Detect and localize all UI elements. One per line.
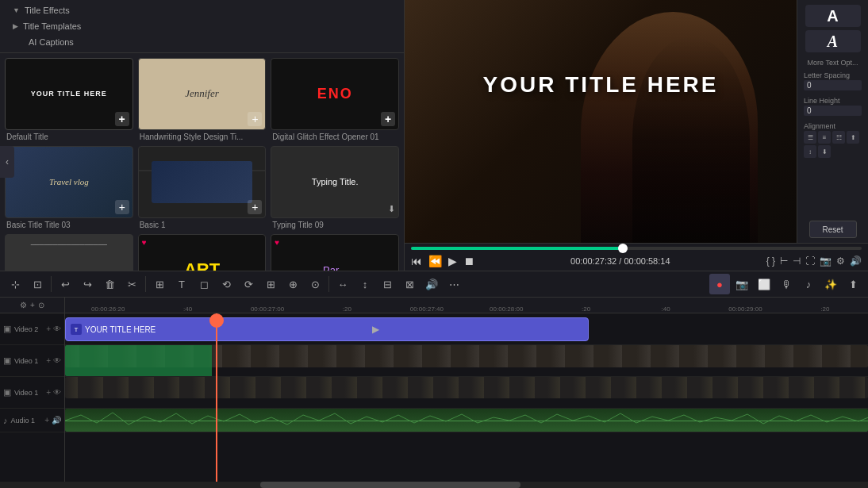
template-add-btn[interactable]: + bbox=[115, 200, 129, 214]
toolbar-shape-btn[interactable]: ◻ bbox=[194, 274, 214, 294]
toolbar-misc-btn[interactable]: ⋯ bbox=[444, 274, 464, 294]
template-add-btn[interactable]: + bbox=[381, 112, 395, 126]
toolbar-undo-btn[interactable]: ↩ bbox=[55, 274, 75, 294]
stop-btn[interactable]: ⏹ bbox=[463, 255, 474, 267]
ruler-tick: :40 bbox=[148, 305, 227, 313]
skip-back-btn[interactable]: ⏮ bbox=[411, 255, 422, 267]
toolbar-delete-btn[interactable]: 🗑 bbox=[99, 274, 120, 294]
camera-btn[interactable]: 📷 bbox=[820, 256, 832, 267]
toolbar-crop-btn[interactable]: ⊡ bbox=[27, 274, 48, 294]
playhead[interactable] bbox=[216, 313, 217, 482]
align-center-btn[interactable]: ≡ bbox=[818, 131, 831, 144]
toolbar-split-btn[interactable]: ⊞ bbox=[149, 274, 170, 294]
toolbar-redo-btn[interactable]: ↪ bbox=[77, 274, 98, 294]
align-middle-btn[interactable]: ↕ bbox=[804, 145, 816, 158]
toolbar-grid-btn[interactable]: ⊞ bbox=[260, 274, 281, 294]
tab-title-effects[interactable]: ▼ Title Effects bbox=[6, 3, 398, 17]
markers-btn[interactable]: { } bbox=[766, 256, 775, 267]
title-clip[interactable]: T YOUR TITLE HERE ▶ bbox=[65, 317, 589, 341]
playback-controls: ⏮ ⏪ ▶ ⏹ 00:00:27:32 / 00:00:58:14 { } ⊢ … bbox=[411, 255, 862, 267]
template-particle[interactable]: ♥ Par... ⬇ Particle Title 01 bbox=[271, 234, 399, 271]
progress-bar[interactable] bbox=[411, 247, 862, 250]
settings-btn[interactable]: ⚙ bbox=[836, 256, 845, 267]
audio1-mute-btn[interactable]: 🔊 bbox=[52, 416, 61, 425]
out-point-btn[interactable]: ⊣ bbox=[793, 256, 801, 267]
template-glitch[interactable]: ENO + Digital Glitch Effect Opener 01 bbox=[271, 58, 399, 141]
toolbar-screen-btn[interactable]: ⬜ bbox=[754, 274, 774, 294]
toolbar-effect-btn[interactable]: ✨ bbox=[820, 274, 841, 294]
step-back-btn[interactable]: ⏪ bbox=[428, 255, 442, 267]
template-add-btn[interactable]: + bbox=[115, 112, 129, 126]
align-right-btn[interactable]: ☷ bbox=[832, 131, 845, 144]
toolbar-record-btn[interactable]: ● bbox=[709, 274, 730, 294]
toolbar-expand-h-btn[interactable]: ↔ bbox=[332, 274, 353, 294]
timeline-magnet-btn[interactable]: ⊙ bbox=[38, 301, 44, 309]
in-point-btn[interactable]: ⊢ bbox=[780, 256, 788, 267]
video1-eye-btn[interactable]: 👁 bbox=[53, 356, 61, 365]
fullscreen-btn[interactable]: ⛶ bbox=[805, 256, 815, 267]
toolbar-snap-btn[interactable]: ⊙ bbox=[305, 274, 325, 294]
toolbar-text-btn[interactable]: T bbox=[171, 274, 192, 294]
video1b-icon: ▣ bbox=[3, 387, 11, 398]
time-display: 00:00:27:32 / 00:00:58:14 bbox=[570, 256, 670, 266]
video2-eye-btn[interactable]: 👁 bbox=[53, 325, 61, 333]
toolbar-rotate-left-btn[interactable]: ⟲ bbox=[216, 274, 236, 294]
toolbar-expand-v-btn[interactable]: ↕ bbox=[355, 274, 375, 294]
text-options-panel: A A More Text Opt... Letter Spacing 0 Li… bbox=[797, 0, 868, 243]
volume-btn[interactable]: 🔊 bbox=[850, 256, 862, 267]
toolbar-music-btn[interactable]: ♪ bbox=[798, 274, 819, 294]
toolbar-select-btn[interactable]: ⊹ bbox=[5, 274, 25, 294]
toolbar-camera-btn[interactable]: 📷 bbox=[732, 274, 752, 294]
line-height-value[interactable]: 0 bbox=[804, 106, 862, 116]
video1b-add-btn[interactable]: + bbox=[46, 388, 51, 397]
timeline-settings-btn[interactable]: ⚙ bbox=[20, 301, 27, 309]
toolbar-clip-btn[interactable]: ⊟ bbox=[377, 274, 398, 294]
toolbar-rotate-right-btn[interactable]: ⟳ bbox=[238, 274, 259, 294]
template-handwriting[interactable]: Jennifer + Handwriting Style Design Ti..… bbox=[138, 58, 267, 141]
play-btn[interactable]: ▶ bbox=[448, 255, 457, 267]
ruler-tick: 00:00:27:40 bbox=[387, 305, 467, 313]
audio1-add-btn[interactable]: + bbox=[44, 416, 49, 425]
template-add-btn[interactable]: + bbox=[248, 200, 262, 214]
font-serif-btn[interactable]: A bbox=[805, 30, 861, 52]
align-bottom-btn[interactable]: ⬇ bbox=[818, 145, 831, 158]
toolbar-separator-2 bbox=[145, 276, 146, 292]
toolbar-voice-btn[interactable]: 🎙 bbox=[776, 274, 797, 294]
ai-captions-item[interactable]: AI Captions bbox=[6, 35, 398, 49]
letter-spacing-value[interactable]: 0 bbox=[804, 80, 862, 90]
video1-icon: ▣ bbox=[3, 355, 11, 366]
template-default-title[interactable]: YOUR TITLE HERE + Default Title bbox=[5, 58, 133, 141]
video2-label: Video 2 bbox=[14, 325, 38, 333]
template-subtitle[interactable]: ───────────────── ⬇ Subtitle 2 bbox=[5, 234, 133, 271]
progress-handle[interactable] bbox=[618, 244, 628, 253]
toolbar-zoom-btn[interactable]: ⊕ bbox=[282, 274, 303, 294]
ruler-track-labels: ⚙ + ⊙ bbox=[0, 298, 65, 313]
toolbar-group-btn[interactable]: ⊠ bbox=[399, 274, 420, 294]
toolbar-export-btn[interactable]: ⬆ bbox=[843, 274, 863, 294]
template-typing[interactable]: Typing Title. ⬇ Typing Title 09 bbox=[271, 146, 399, 229]
template-holiday[interactable]: ♥ ART ⬇ Holiday Title 12 bbox=[138, 234, 267, 271]
align-left-btn[interactable]: ☰ bbox=[804, 131, 816, 144]
video2-add-btn[interactable]: + bbox=[46, 325, 51, 333]
toolbar-audio-btn[interactable]: 🔊 bbox=[421, 274, 442, 294]
reset-button[interactable]: Reset bbox=[809, 221, 857, 238]
template-add-btn[interactable]: + bbox=[248, 112, 262, 126]
template-preview-text: ───────────────── bbox=[28, 238, 110, 252]
timeline-add-track-btn[interactable]: + bbox=[30, 301, 35, 309]
align-top-btn[interactable]: ⬆ bbox=[847, 131, 859, 144]
scroll-left-arrow[interactable]: ‹ bbox=[0, 146, 14, 178]
font-sans-btn[interactable]: A bbox=[805, 5, 861, 27]
timeline-scrollbar-thumb[interactable] bbox=[260, 482, 520, 488]
toolbar-cut-btn[interactable]: ✂ bbox=[121, 274, 142, 294]
video2-controls: + 👁 bbox=[46, 325, 61, 333]
tab-title-templates[interactable]: ▶ Title Templates bbox=[6, 19, 398, 33]
ruler-tick: :20 bbox=[546, 305, 625, 313]
video1-add-btn[interactable]: + bbox=[46, 356, 51, 365]
video1b-eye-btn[interactable]: 👁 bbox=[53, 388, 61, 397]
timeline-scrollbar[interactable] bbox=[0, 482, 868, 488]
track-label-audio1: ♪ Audio 1 + 🔊 bbox=[0, 409, 64, 432]
play-controls: ⏮ ⏪ ▶ ⏹ bbox=[411, 255, 474, 267]
video2-icon: ▣ bbox=[3, 324, 11, 334]
template-travel[interactable]: ♥ Travel vlog + Basic Title Title 03 bbox=[5, 146, 133, 229]
template-basic1[interactable]: + Basic 1 bbox=[138, 146, 267, 229]
